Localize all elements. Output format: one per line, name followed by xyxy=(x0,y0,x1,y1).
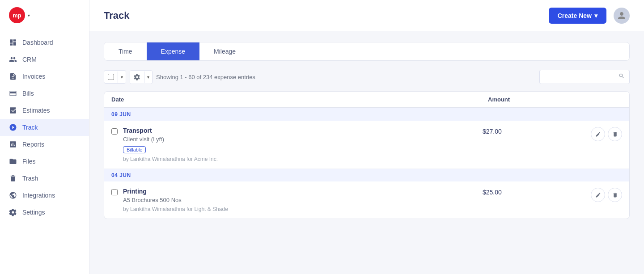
sidebar-item-integrations[interactable]: Integrations xyxy=(0,187,89,204)
create-new-button[interactable]: Create New ▾ xyxy=(549,8,606,24)
col-header-amount: Amount xyxy=(488,96,577,103)
sidebar-item-label: CRM xyxy=(22,56,37,63)
sidebar-item-settings[interactable]: Settings xyxy=(0,204,89,221)
select-all-checkbox[interactable] xyxy=(108,74,114,80)
sidebar-logo[interactable]: mp ▾ xyxy=(0,0,89,30)
row-checkbox-0-0[interactable] xyxy=(111,128,118,135)
billable-badge: Billable xyxy=(123,146,146,153)
tabs-container: TimeExpenseMileage xyxy=(104,42,630,61)
table-row: Transport Client visit (Lyft) Billable b… xyxy=(104,121,629,169)
col-header-actions xyxy=(577,96,622,103)
sidebar-item-label: Settings xyxy=(22,209,45,216)
date-group-1: 04 JUN xyxy=(104,169,629,181)
sidebar-nav: Dashboard CRM Invoices Bills Estimates T… xyxy=(0,30,89,274)
sidebar-item-crm[interactable]: CRM xyxy=(0,51,89,68)
checkbox-dropdown-arrow[interactable]: ▾ xyxy=(118,72,126,83)
sidebar-item-label: Files xyxy=(22,158,36,165)
content-area: TimeExpenseMileage ▾ ▾ Showing 1 - 60 of… xyxy=(89,31,644,274)
page-title: Track xyxy=(104,10,130,21)
row-amount: $25.00 xyxy=(483,188,572,196)
tab-time[interactable]: Time xyxy=(104,42,147,60)
sidebar-item-label: Trash xyxy=(22,175,38,182)
sidebar-item-track[interactable]: Track xyxy=(0,119,89,136)
gear-dropdown-arrow[interactable]: ▾ xyxy=(144,72,152,83)
main-content: Track Create New ▾ TimeExpenseMileage ▾ xyxy=(89,0,644,274)
search-box xyxy=(539,70,630,84)
search-input[interactable] xyxy=(544,74,616,80)
sidebar-item-label: Invoices xyxy=(22,73,45,80)
row-actions xyxy=(577,127,622,141)
row-category: Printing xyxy=(123,188,477,195)
search-icon xyxy=(619,73,625,81)
date-group-0: 09 JUN xyxy=(104,108,629,121)
header: Track Create New ▾ xyxy=(89,0,644,31)
estimates-icon xyxy=(9,106,17,114)
edit-button-1-0[interactable] xyxy=(591,188,605,202)
gear-dropdown: ▾ xyxy=(130,70,153,84)
table-row: Printing A5 Brochures 500 Nos by Lankith… xyxy=(104,181,629,219)
row-info: Printing A5 Brochures 500 Nos by Lankith… xyxy=(123,188,477,212)
row-by: by Lankitha Wimalarathna for Acme Inc. xyxy=(123,156,477,162)
toolbar: ▾ ▾ Showing 1 - 60 of 234 expense entrie… xyxy=(104,70,630,84)
chevron-down-icon: ▾ xyxy=(594,12,597,19)
row-checkbox-1-0[interactable] xyxy=(111,189,118,195)
sidebar: mp ▾ Dashboard CRM Invoices Bills Estima… xyxy=(0,0,89,274)
row-info: Transport Client visit (Lyft) Billable b… xyxy=(123,127,477,162)
row-category: Transport xyxy=(123,127,477,134)
sidebar-item-reports[interactable]: Reports xyxy=(0,136,89,153)
delete-button-0-0[interactable] xyxy=(608,127,622,141)
select-all-checkbox-area[interactable] xyxy=(104,71,118,83)
gear-button[interactable] xyxy=(130,71,144,84)
bills-icon xyxy=(9,89,17,97)
sidebar-item-trash[interactable]: Trash xyxy=(0,170,89,187)
sidebar-item-label: Reports xyxy=(22,141,44,148)
row-actions xyxy=(577,188,622,202)
edit-button-0-0[interactable] xyxy=(591,127,605,141)
checkbox-dropdown: ▾ xyxy=(104,70,126,84)
row-description: Client visit (Lyft) xyxy=(123,136,477,143)
crm-icon xyxy=(9,55,17,63)
expense-table: Date Amount 09 JUN Transport Client visi… xyxy=(104,91,630,219)
files-icon xyxy=(9,157,17,165)
expense-rows: 09 JUN Transport Client visit (Lyft) Bil… xyxy=(104,108,629,219)
table-header: Date Amount xyxy=(104,92,629,108)
track-icon xyxy=(9,123,17,131)
reports-icon xyxy=(9,140,17,148)
dashboard-icon xyxy=(9,38,17,46)
sidebar-item-files[interactable]: Files xyxy=(0,153,89,170)
settings-icon xyxy=(9,208,17,216)
sidebar-item-label: Dashboard xyxy=(22,39,53,46)
col-header-date: Date xyxy=(111,96,488,103)
row-by: by Lankitha Wimalarathna for Light & Sha… xyxy=(123,206,477,212)
logo-icon: mp xyxy=(9,7,25,23)
logo-chevron-icon: ▾ xyxy=(28,13,30,18)
sidebar-item-label: Estimates xyxy=(22,107,50,114)
delete-button-1-0[interactable] xyxy=(608,188,622,202)
sidebar-item-bills[interactable]: Bills xyxy=(0,85,89,102)
sidebar-item-label: Integrations xyxy=(22,192,55,199)
sidebar-item-invoices[interactable]: Invoices xyxy=(0,68,89,85)
sidebar-item-label: Track xyxy=(22,124,38,131)
tab-expense[interactable]: Expense xyxy=(147,42,199,60)
sidebar-item-label: Bills xyxy=(22,90,34,97)
header-right: Create New ▾ xyxy=(549,8,630,24)
sidebar-item-estimates[interactable]: Estimates xyxy=(0,102,89,119)
integrations-icon xyxy=(9,191,17,199)
tab-mileage[interactable]: Mileage xyxy=(199,42,250,60)
invoices-icon xyxy=(9,72,17,80)
sidebar-item-dashboard[interactable]: Dashboard xyxy=(0,34,89,51)
row-amount: $27.00 xyxy=(483,127,572,135)
user-avatar[interactable] xyxy=(614,8,630,24)
row-description: A5 Brochures 500 Nos xyxy=(123,197,477,203)
entries-count: Showing 1 - 60 of 234 expense entries xyxy=(156,74,536,80)
trash-icon xyxy=(9,174,17,182)
